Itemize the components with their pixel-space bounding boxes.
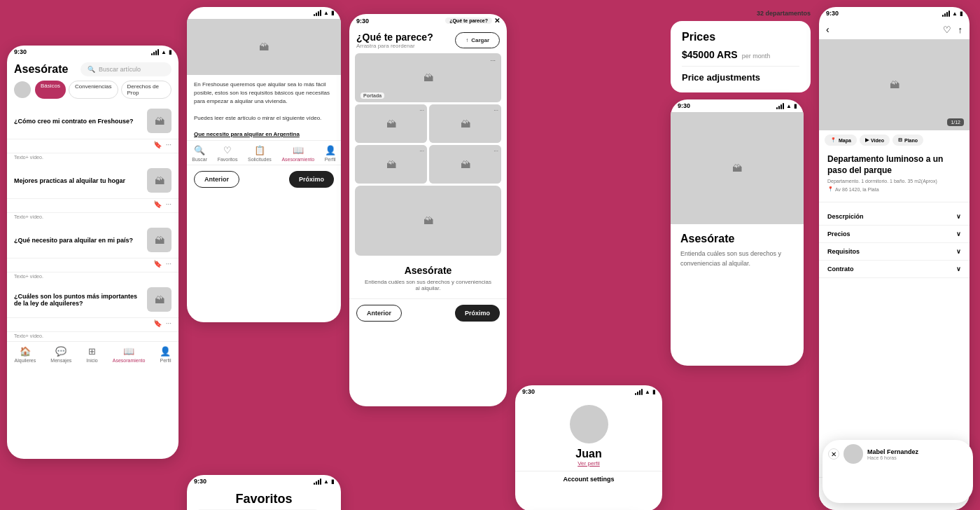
phone-chat: ✕ Mabel Fernandez Hace 6 horas	[822, 440, 973, 503]
btn-proximo-article[interactable]: Próximo	[289, 171, 334, 188]
bookmark-icon-0[interactable]: 🔖	[153, 141, 162, 149]
more-icon-3[interactable]: ···	[166, 319, 172, 327]
photo-grid: ··· ··· ··· ···	[349, 104, 507, 184]
nav2-perfil[interactable]: 👤 Perfil	[325, 145, 336, 162]
avatar-1	[14, 81, 31, 98]
photo-label-main: Portada	[360, 92, 384, 99]
photo-img-0	[355, 104, 427, 143]
article-item-1[interactable]: Mejores practicas al alquilar tu hogar	[7, 163, 178, 199]
article-hero-img	[187, 19, 341, 75]
asesorese-label: Asesórate	[349, 258, 507, 279]
phone-favoritos: 9:30 ▲ ▮ Favoritos 🔍 Buscar en tus favor…	[187, 475, 341, 510]
chat-avatar	[844, 444, 863, 464]
time-3: 9:30	[194, 478, 206, 485]
asesorese-sub: Entienda cuáles son sus derechos y conve…	[349, 279, 507, 298]
wifi-icon-6: ▲	[786, 103, 792, 109]
nav2-asesoramiento[interactable]: 📖 Asesoramiento	[281, 145, 314, 162]
article-item-0[interactable]: ¿Cómo creo mi contrato en Freshouse?	[7, 103, 178, 139]
phone-asesorese: 9:30 ▲ ▮ Asesórate 🔍 Buscar artículo Bás…	[7, 46, 178, 459]
nav2-favoritos[interactable]: ♡ Favoritos	[218, 145, 238, 162]
more-icon-0[interactable]: ···	[166, 141, 172, 149]
asesorese-mini-title: Asesórate	[680, 233, 794, 245]
chip-conveniencias[interactable]: Conveniencias	[69, 81, 118, 99]
article-title-2: ¿Qué necesito para alquilar en mi país?	[14, 237, 141, 244]
bookmark-icon-2[interactable]: 🔖	[153, 260, 162, 268]
search-icon-1: 🔍	[88, 66, 95, 73]
time-6: 9:30	[678, 102, 690, 109]
status-bar-1: 9:30 ▲ ▮	[7, 46, 178, 58]
article-link[interactable]: Que necesito para alquilar en Argentina	[187, 128, 341, 140]
nav-perfil[interactable]: 👤 Perfil	[160, 346, 171, 363]
close-icon-chat[interactable]: ✕	[828, 448, 839, 460]
account-settings[interactable]: Account settings	[515, 471, 662, 487]
photo-cell-3[interactable]: ···	[429, 145, 501, 184]
btn-anterior-reorder[interactable]: Anterior	[356, 305, 402, 322]
chip-basicos[interactable]: Básicos	[35, 81, 66, 99]
reorder-nav-row: Anterior Próximo	[349, 298, 507, 327]
status-bar-4: 9:30 ¿Qué te parece? ✕	[349, 14, 507, 27]
article-body: En Freshouse queremos que alquilar sea l…	[187, 75, 341, 128]
wifi-icon-5: ▲	[645, 389, 650, 395]
search-placeholder-1: Buscar artículo	[99, 66, 141, 73]
photo-dots-3[interactable]: ···	[493, 148, 498, 154]
phone-article: ▲ ▮ En Freshouse queremos que alquilar s…	[187, 7, 341, 322]
photo-img-3	[429, 145, 501, 184]
phone-photo-reorder: 9:30 ¿Qué te parece? ✕ ¿Qué te parece? A…	[349, 14, 507, 406]
article-sub-2: Texto+ vídeo.	[7, 273, 178, 282]
bookmark-icon-1[interactable]: 🔖	[153, 200, 162, 208]
nav-mensajes[interactable]: 💬 Mensajes	[50, 346, 71, 363]
photo-dots-0[interactable]: ···	[419, 107, 424, 113]
article-img-1	[147, 168, 172, 193]
photo-cell-2[interactable]: ···	[355, 145, 427, 184]
photo-dots-2[interactable]: ···	[419, 148, 424, 154]
bookmark-icon-3[interactable]: 🔖	[153, 319, 162, 327]
prices-panel: 32 departamentos Prices $45000 ARS per m…	[671, 7, 811, 366]
btn-anterior-article[interactable]: Anterior	[194, 171, 239, 188]
wifi-icon-1: ▲	[161, 49, 167, 55]
count-label: 32 departamentos	[671, 7, 811, 21]
photo-cell-1[interactable]: ···	[429, 104, 501, 143]
btn-proximo-reorder[interactable]: Próximo	[455, 305, 500, 322]
nav-asesoramiento[interactable]: 📖 Asesoramiento	[113, 346, 146, 363]
photo-img-1	[429, 104, 501, 143]
chip-derechos[interactable]: Derechos de Prop	[121, 81, 172, 99]
article-img-3	[147, 287, 172, 312]
wifi-icon-3: ▲	[323, 478, 329, 485]
close-icon-4[interactable]: ✕	[494, 17, 500, 25]
more-icon-2[interactable]: ···	[166, 260, 172, 268]
status-bar-5: 9:30 ▲ ▮	[515, 385, 662, 398]
price-divider	[682, 66, 799, 67]
phone-chat-group: ✕ Mabel Fernandez Hace 6 horas	[822, 0, 973, 503]
time-4: 9:30	[356, 18, 369, 25]
favoritos-title: Favoritos	[187, 488, 341, 509]
asesorese-mini-img	[671, 112, 804, 224]
nav-bar-2: 🔍 Buscar ♡ Favoritos 📋 Solicitudes 📖 Ase…	[187, 140, 341, 165]
more-dots-main[interactable]: ···	[490, 57, 496, 64]
photo-img-2	[355, 145, 427, 184]
help-badge[interactable]: ¿Qué te parece?	[445, 18, 492, 24]
article-title-1: Mejores practicas al alquilar tu hogar	[14, 177, 141, 184]
nav2-buscar[interactable]: 🔍 Buscar	[192, 145, 207, 162]
status-bar-6: 9:30 ▲ ▮	[671, 99, 804, 112]
nav-alquileres[interactable]: 🏠 Alquileres	[15, 346, 36, 363]
article-sub-1: Texto+ vídeo.	[7, 213, 178, 222]
chat-when: Hace 6 horas	[867, 455, 918, 460]
article-title-3: ¿Cuáles son los puntos más importantes d…	[14, 293, 141, 307]
profile-view-link[interactable]: Ver perfil	[515, 460, 662, 467]
adjustments-title: Price adjustments	[682, 72, 799, 83]
photo-cell-0[interactable]: ···	[355, 104, 427, 143]
article-item-3[interactable]: ¿Cuáles son los puntos más importantes d…	[7, 282, 178, 318]
photo-dots-1[interactable]: ···	[493, 107, 498, 113]
article-sub-3: Texto+ vídeo.	[7, 332, 178, 341]
article-item-2[interactable]: ¿Qué necesito para alquilar en mi país?	[7, 222, 178, 259]
status-bar-3: 9:30 ▲ ▮	[187, 475, 341, 488]
upload-btn[interactable]: ↑ Cargar	[455, 32, 500, 48]
search-bar-1[interactable]: 🔍 Buscar artículo	[80, 62, 172, 76]
status-bar-2: ▲ ▮	[187, 7, 341, 19]
battery-icon-1: ▮	[169, 49, 172, 55]
chat-info: Mabel Fernandez Hace 6 horas	[867, 448, 918, 460]
nav2-solicitudes[interactable]: 📋 Solicitudes	[248, 145, 272, 162]
prices-title: Prices	[682, 31, 799, 43]
nav-inicio[interactable]: ⊞ Inicio	[86, 346, 97, 363]
more-icon-1[interactable]: ···	[166, 200, 172, 208]
